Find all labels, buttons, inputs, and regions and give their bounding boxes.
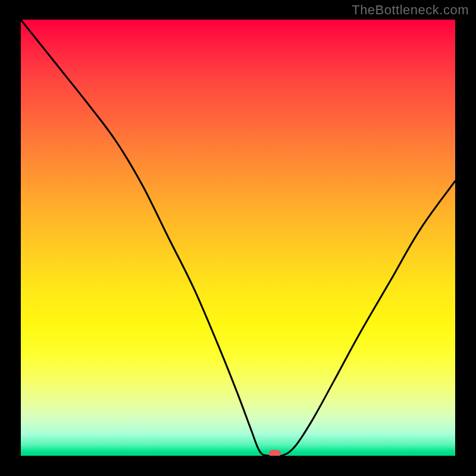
- watermark-text: TheBottleneck.com: [352, 2, 469, 18]
- chart-frame: TheBottleneck.com: [0, 0, 476, 476]
- bottleneck-curve: [21, 20, 455, 456]
- plot-area: [21, 20, 455, 456]
- min-marker-icon: [269, 450, 281, 456]
